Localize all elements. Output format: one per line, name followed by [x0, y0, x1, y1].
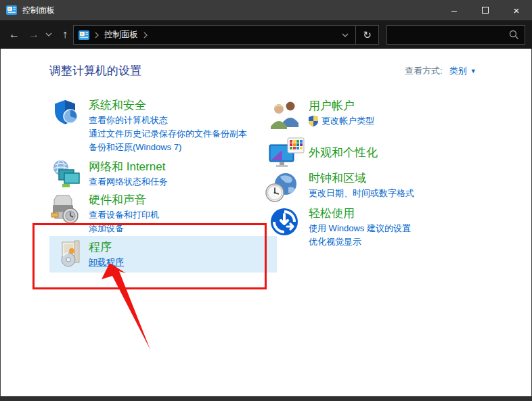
recent-pages-chevron-icon[interactable]: [43, 20, 55, 49]
status-bar: [0, 396, 532, 401]
control-panel-icon: [6, 5, 17, 16]
view-by-label: 查看方式:: [405, 65, 443, 77]
address-dropdown-chevron-icon[interactable]: [335, 26, 355, 44]
link-view-devices-printers[interactable]: 查看设备和打印机: [89, 208, 275, 222]
section-ease-of-access: 轻松使用 使用 Windows 建议的设置 优化视觉显示: [269, 206, 492, 249]
view-by-control: 查看方式: 类别 ▼: [405, 65, 476, 77]
category-system-security[interactable]: 系统和安全: [89, 98, 146, 113]
category-appearance-personalization[interactable]: 外观和个性化: [309, 145, 378, 160]
control-panel-icon: [79, 30, 89, 41]
control-panel-window: 控制面板 – × ← → ↑ 控制面板: [0, 0, 532, 401]
refresh-button[interactable]: ↻: [355, 26, 378, 44]
uac-shield-icon: [309, 116, 318, 126]
address-bar[interactable]: 控制面板 ↻: [73, 25, 379, 45]
back-button[interactable]: ←: [4, 20, 24, 49]
globe-clock-icon: [265, 171, 299, 206]
category-hardware-sound[interactable]: 硬件和声音: [89, 193, 146, 208]
chevron-right-icon[interactable]: [143, 32, 148, 39]
content-area: 调整计算机的设置 查看方式: 类别 ▼ 系统和安全 查看你的计算机状态: [1, 49, 531, 396]
dropdown-triangle-icon[interactable]: ▼: [470, 68, 476, 74]
search-input[interactable]: [391, 26, 506, 43]
section-network-internet: 网络和 Internet 查看网络状态和任务: [51, 160, 275, 189]
section-system-security: 系统和安全 查看你的计算机状态 通过文件历史记录保存你的文件备份副本 备份和还原…: [51, 98, 275, 154]
link-optimize-visual-display[interactable]: 优化视觉显示: [309, 235, 492, 249]
shield-pie-icon: [51, 98, 80, 129]
category-ease-of-access[interactable]: 轻松使用: [309, 206, 355, 221]
ease-of-access-icon: [269, 206, 300, 240]
link-change-account-type[interactable]: 更改帐户类型: [309, 114, 492, 128]
page-title: 调整计算机的设置: [49, 63, 141, 78]
category-clock-region[interactable]: 时钟和区域: [309, 171, 366, 186]
title-bar: 控制面板 – ×: [0, 0, 532, 20]
category-network-internet[interactable]: 网络和 Internet: [89, 160, 165, 174]
monitor-palette-icon: [269, 137, 305, 173]
section-appearance-personalization: 外观和个性化: [269, 137, 492, 160]
link-suggested-settings[interactable]: 使用 Windows 建议的设置: [309, 222, 492, 235]
navigation-bar: ← → ↑ 控制面板: [0, 20, 532, 49]
section-user-accounts: 用户帐户 更改帐户类型: [269, 99, 492, 128]
two-users-icon: [269, 99, 303, 133]
breadcrumb-control-panel[interactable]: 控制面板: [104, 29, 138, 41]
link-backup-restore-windows7[interactable]: 备份和还原(Windows 7): [89, 141, 275, 154]
section-clock-region: 时钟和区域 更改日期、时间或数字格式: [269, 171, 492, 200]
up-button[interactable]: ↑: [57, 20, 73, 49]
link-change-date-time-formats[interactable]: 更改日期、时间或数字格式: [309, 187, 492, 200]
link-view-network-status[interactable]: 查看网络状态和任务: [89, 175, 275, 189]
window-title: 控制面板: [22, 0, 55, 20]
close-button[interactable]: ×: [501, 0, 532, 20]
link-review-computer-status[interactable]: 查看你的计算机状态: [89, 114, 275, 127]
maximize-icon: [482, 7, 489, 14]
link-file-history-backup[interactable]: 通过文件历史记录保存你的文件备份副本: [89, 127, 275, 141]
annotation-rectangle: [32, 223, 267, 289]
category-user-accounts[interactable]: 用户帐户: [309, 99, 355, 114]
minimize-button[interactable]: –: [439, 0, 470, 20]
forward-button[interactable]: →: [26, 20, 42, 49]
search-icon: [509, 30, 519, 40]
globe-monitors-icon: [51, 160, 83, 192]
maximize-button[interactable]: [470, 0, 501, 20]
search-box[interactable]: [386, 25, 525, 45]
view-by-value[interactable]: 类别: [449, 65, 467, 77]
chevron-right-icon[interactable]: [95, 32, 99, 39]
